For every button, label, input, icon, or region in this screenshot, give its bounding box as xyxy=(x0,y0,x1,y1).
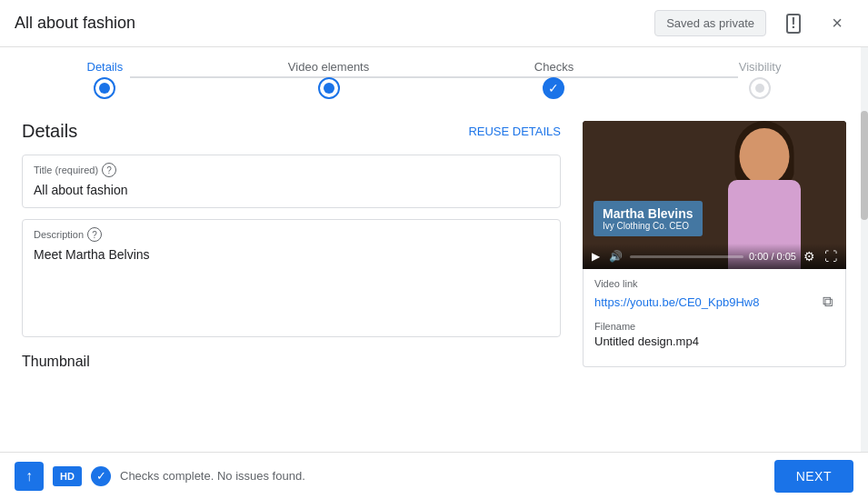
hd-badge: HD xyxy=(53,466,82,486)
stepper: Details Video elements Checks ✓ Visibili… xyxy=(0,47,868,106)
fullscreen-button[interactable]: ⛶ xyxy=(823,247,839,265)
play-button[interactable]: ▶ xyxy=(590,248,602,264)
footer-status: Checks complete. No issues found. xyxy=(120,469,305,483)
feedback-button[interactable]: ! xyxy=(777,7,810,40)
stepper-step-checks[interactable]: Checks ✓ xyxy=(534,60,574,99)
header-actions: Saved as private ! × xyxy=(654,7,853,40)
stepper-circle-visibility xyxy=(749,77,771,99)
check-icon: ✓ xyxy=(96,469,106,483)
close-icon: × xyxy=(832,13,843,34)
footer-left: ↑ HD ✓ Checks complete. No issues found. xyxy=(15,462,305,491)
feedback-icon: ! xyxy=(786,14,800,34)
close-button[interactable]: × xyxy=(821,7,853,40)
footer: ↑ HD ✓ Checks complete. No issues found.… xyxy=(0,452,868,499)
video-link-label: Video link xyxy=(594,278,834,289)
video-link-url[interactable]: https://youtu.be/CE0_Kpb9Hw8 xyxy=(594,295,759,309)
video-link-row: Video link https://youtu.be/CE0_Kpb9Hw8 … xyxy=(594,278,834,312)
check-badge: ✓ xyxy=(91,466,111,486)
thumbnail-label: Thumbnail xyxy=(22,354,561,370)
stepper-label-checks: Checks xyxy=(534,60,574,74)
description-value: Meet Martha Belvins xyxy=(34,245,549,264)
title-value: All about fashion xyxy=(34,181,549,200)
settings-icon: ⚙ xyxy=(803,249,815,264)
right-panel: Martha Blevins Ivy Clothing Co. CEO ▶ 🔊 … xyxy=(583,121,846,433)
copy-link-button[interactable]: ⧉ xyxy=(821,292,834,312)
video-controls: ▶ 🔊 0:00 / 0:05 ⚙ ⛶ xyxy=(583,244,846,269)
play-icon: ▶ xyxy=(592,250,600,263)
section-header: Details REUSE DETAILS xyxy=(22,121,561,142)
name-card-overlay: Martha Blevins Ivy Clothing Co. CEO xyxy=(594,201,703,236)
stepper-label-visibility: Visibility xyxy=(739,60,782,74)
stepper-step-video-elements[interactable]: Video elements xyxy=(288,60,369,99)
next-button[interactable]: NEXT xyxy=(774,460,853,493)
overlay-title: Ivy Clothing Co. CEO xyxy=(603,221,693,231)
scroll-thumb[interactable] xyxy=(861,111,868,220)
stepper-circle-details xyxy=(94,77,115,99)
upload-arrow-icon: ↑ xyxy=(25,468,33,484)
page-title: All about fashion xyxy=(15,14,135,33)
volume-button[interactable]: 🔊 xyxy=(607,248,624,264)
video-link-value: https://youtu.be/CE0_Kpb9Hw8 ⧉ xyxy=(594,292,834,312)
stepper-step-visibility[interactable]: Visibility xyxy=(739,60,782,99)
person-head xyxy=(740,128,790,185)
settings-button[interactable]: ⚙ xyxy=(802,247,817,265)
description-label: Description ? xyxy=(34,227,549,242)
title-label: Title (required) ? xyxy=(34,163,549,177)
fullscreen-icon: ⛶ xyxy=(824,249,837,264)
upload-icon: ↑ xyxy=(15,462,44,491)
copy-icon: ⧉ xyxy=(823,294,833,309)
video-info: Video link https://youtu.be/CE0_Kpb9Hw8 … xyxy=(583,269,846,367)
saved-status-badge: Saved as private xyxy=(654,10,766,36)
section-title: Details xyxy=(22,121,77,142)
title-help-icon[interactable]: ? xyxy=(102,163,116,177)
filename-value: Untitled design.mp4 xyxy=(594,334,834,348)
stepper-circle-video-elements xyxy=(318,77,340,99)
left-panel: Details REUSE DETAILS Title (required) ?… xyxy=(22,121,561,433)
reuse-details-link[interactable]: REUSE DETAILS xyxy=(468,125,561,138)
progress-bar[interactable] xyxy=(630,255,743,258)
stepper-items: Details Video elements Checks ✓ Visibili… xyxy=(87,60,782,99)
stepper-label-video-elements: Video elements xyxy=(288,60,369,74)
description-help-icon[interactable]: ? xyxy=(87,227,102,242)
header: All about fashion Saved as private ! × xyxy=(0,0,868,47)
filename-row: Filename Untitled design.mp4 xyxy=(594,321,834,348)
overlay-name: Martha Blevins xyxy=(603,206,693,221)
description-field[interactable]: Description ? Meet Martha Belvins xyxy=(22,219,561,337)
stepper-circle-checks: ✓ xyxy=(543,77,564,99)
stepper-label-details: Details xyxy=(87,60,124,74)
filename-label: Filename xyxy=(594,321,834,332)
scroll-track xyxy=(861,47,868,452)
title-field[interactable]: Title (required) ? All about fashion xyxy=(22,155,561,208)
volume-icon: 🔊 xyxy=(609,250,623,263)
video-player[interactable]: Martha Blevins Ivy Clothing Co. CEO ▶ 🔊 … xyxy=(583,121,846,269)
stepper-step-details[interactable]: Details xyxy=(87,60,124,99)
time-display: 0:00 / 0:05 xyxy=(749,251,796,262)
main-content: Details REUSE DETAILS Title (required) ?… xyxy=(0,106,868,447)
